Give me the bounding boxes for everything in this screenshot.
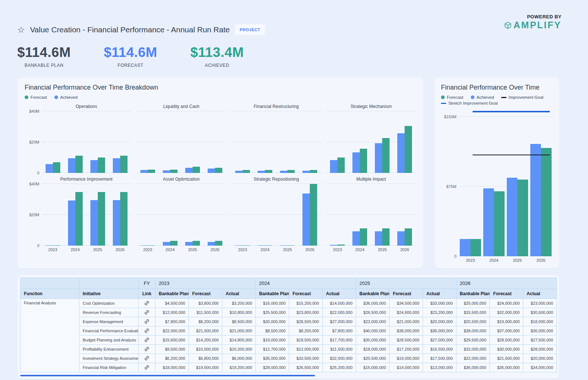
bar-achieved-2024 xyxy=(352,152,360,173)
bar-achieved-2026 xyxy=(113,158,120,173)
chart-title: Strategic Repositioning xyxy=(232,177,321,182)
legend-dot-icon xyxy=(54,95,58,99)
value-cell: $23,800,000 xyxy=(289,308,323,317)
link-icon[interactable] xyxy=(143,309,150,315)
header-year-2023: 2023 xyxy=(155,278,256,289)
link-icon[interactable] xyxy=(143,300,150,306)
header-fy: FY xyxy=(139,278,155,289)
header-forecast-2024: Forecast xyxy=(289,289,323,299)
link-icon[interactable] xyxy=(143,345,150,352)
bar-achieved-2024 xyxy=(163,242,170,246)
legend-item-stretch-improvement-goal[interactable]: Stretch Improvement Goal xyxy=(441,101,498,105)
x-axis: 2023202420252026 xyxy=(459,258,553,263)
value-cell: $18,500,000 xyxy=(289,336,323,345)
header-forecast-2025: Forecast xyxy=(390,289,423,299)
bar-group-2025 xyxy=(280,111,295,173)
link-icon[interactable] xyxy=(143,355,150,361)
value-cell: $15,000,000 xyxy=(356,363,390,372)
powered-by-brand: POWERED BY AMPLIFY xyxy=(504,14,562,30)
bar-achieved-2023 xyxy=(330,245,337,246)
bar-achieved-2024 xyxy=(352,231,360,246)
value-cell: $19,200,000 xyxy=(222,363,256,372)
kpi-value: $114.6M xyxy=(104,45,157,60)
value-cell: $18,000,000 xyxy=(523,317,557,326)
y-axis-tick: 0 xyxy=(25,243,39,248)
header-year-2026: 2026 xyxy=(456,278,557,289)
x-axis-tick: 2023 xyxy=(136,247,159,252)
legend-item-achieved[interactable]: Achieved xyxy=(471,95,494,99)
bar-group-2023 xyxy=(46,184,60,246)
value-cell: $23,000,000 xyxy=(523,299,557,308)
link-icon[interactable] xyxy=(143,364,150,370)
table-row: Profitability Enhancement$9,500,000$10,0… xyxy=(21,345,557,354)
initiative-cell: Profitability Enhancement xyxy=(79,345,139,354)
header-bankable-plan-2025: Bankable Plan xyxy=(356,289,390,299)
legend-item-improvement-goal[interactable]: Improvement Goal xyxy=(501,95,544,99)
bar-achieved-2023 xyxy=(46,164,53,173)
bar-forecast-2025 xyxy=(98,158,105,173)
legend-item-forecast[interactable]: Forecast xyxy=(25,95,47,99)
header-actual-2024: Actual xyxy=(323,289,356,299)
value-cell: $19,000,000 xyxy=(490,317,523,326)
value-cell: $22,000,000 xyxy=(323,308,356,317)
value-cell: $21,500,000 xyxy=(189,326,222,336)
overtime-panel: Financial Performance Over Time Forecast… xyxy=(434,77,559,268)
link-icon[interactable] xyxy=(143,327,150,334)
link-cell xyxy=(139,299,155,308)
value-cell: $36,000,000 xyxy=(456,363,490,372)
x-axis-tick: 2026 xyxy=(394,247,416,252)
x-axis-tick: 2023 xyxy=(232,247,254,252)
bar-achieved-2024 xyxy=(68,158,75,173)
header-actual-2026: Actual xyxy=(523,289,557,299)
value-cell: $28,500,000 xyxy=(289,317,323,326)
horizontal-scrollbar[interactable] xyxy=(20,375,315,376)
value-cell: $17,500,000 xyxy=(423,354,456,363)
bar-forecast-2026 xyxy=(120,156,128,173)
initiative-cell: Investment Strategy Assessment xyxy=(79,354,139,363)
link-icon[interactable] xyxy=(143,336,150,343)
initiative-cell: Expense Management xyxy=(79,317,139,326)
mini-chart-liquidity-and-cash: Liquidity and Cash xyxy=(136,104,226,173)
bar-group-2024 xyxy=(483,108,505,256)
bar-forecast-2024 xyxy=(494,191,505,256)
bar-achieved-2026 xyxy=(530,144,541,256)
y-axis-tick: 0 xyxy=(25,171,39,175)
value-cell: $3,800,000 xyxy=(189,299,222,308)
bar-forecast-2025 xyxy=(382,228,390,246)
initiatives-table-panel: FY2023202420252026FunctionInitiativeLink… xyxy=(17,275,559,379)
chart-plot-area xyxy=(232,184,321,246)
bar-group-2024 xyxy=(352,184,367,246)
value-cell: $36,000,000 xyxy=(423,326,456,336)
y-axis-tick: $40M xyxy=(25,109,39,113)
bar-group-2024 xyxy=(258,184,272,246)
initiative-cell: Budget Planning and Analysis xyxy=(79,336,139,345)
bar-forecast-2025 xyxy=(517,180,528,256)
legend-item-forecast[interactable]: Forecast xyxy=(441,95,463,99)
bar-forecast-2026 xyxy=(405,126,412,173)
value-cell: $38,000,000 xyxy=(456,326,490,336)
legend-label: Achieved xyxy=(60,95,78,99)
value-cell: $15,200,000 xyxy=(289,299,323,308)
kpi-value: $113.4M xyxy=(190,45,244,60)
value-cell: $22,000,000 xyxy=(456,354,490,363)
link-icon[interactable] xyxy=(143,318,150,325)
value-cell: $14,000,000 xyxy=(390,363,423,372)
link-cell xyxy=(139,345,155,354)
bar-group-2023 xyxy=(460,108,481,256)
legend-item-achieved[interactable]: Achieved xyxy=(54,95,78,99)
value-cell: $38,000,000 xyxy=(390,326,423,336)
bar-achieved-2025 xyxy=(375,143,382,173)
bar-achieved-2025 xyxy=(185,168,193,173)
bar-achieved-2025 xyxy=(280,171,287,173)
kpi-bankable-plan: $114.6M BANKABLE PLAN xyxy=(17,45,71,68)
value-cell: $8,500,000 xyxy=(256,326,289,336)
value-cell: $8,200,000 xyxy=(189,317,222,326)
legend-label: Stretch Improvement Goal xyxy=(448,101,498,105)
dashboard-page: POWERED BY AMPLIFY ☆ Value Creation - Fi… xyxy=(0,0,588,380)
y-axis-tick: $20M xyxy=(25,140,39,144)
bar-forecast-2023 xyxy=(53,245,60,246)
bar-forecast-2023 xyxy=(148,170,155,173)
bar-group-2026 xyxy=(302,111,317,173)
star-icon[interactable]: ☆ xyxy=(17,26,25,34)
value-cell: $36,000,000 xyxy=(356,299,390,308)
